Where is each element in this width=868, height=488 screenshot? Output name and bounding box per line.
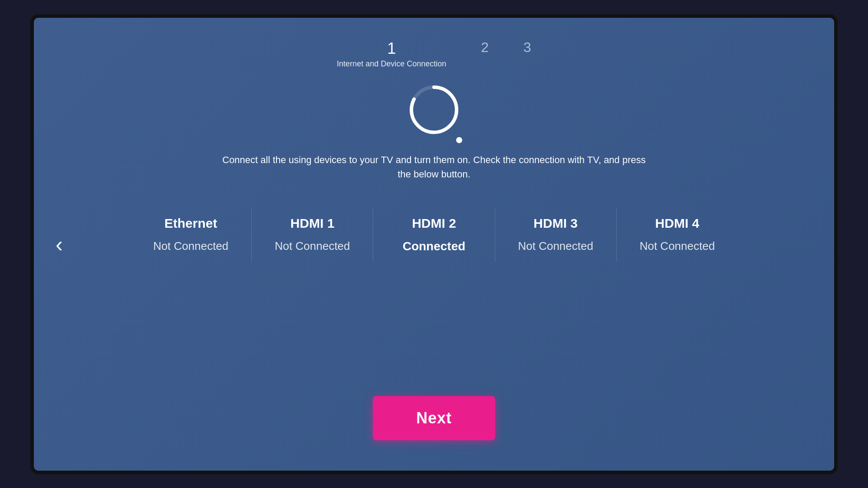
steps-indicator: 1 Internet and Device Connection 2 3 [337,39,531,69]
back-button[interactable]: ‹ [56,232,63,257]
step-2: 2 [481,39,489,57]
next-button[interactable]: Next [373,396,495,440]
step-1: 1 Internet and Device Connection [337,39,446,69]
loading-indicator [406,82,462,140]
connection-hdmi4-status: Not Connected [640,239,715,253]
connection-ethernet: Ethernet Not Connected [130,207,251,262]
connection-ethernet-name: Ethernet [164,216,217,231]
connection-hdmi4-name: HDMI 4 [655,216,700,231]
connection-hdmi3: HDMI 3 Not Connected [495,207,616,262]
connection-hdmi3-name: HDMI 3 [533,216,578,231]
step-3: 3 [523,39,531,57]
connection-hdmi1-status: Not Connected [275,239,350,253]
connection-table: Ethernet Not Connected HDMI 1 Not Connec… [130,207,738,262]
connection-hdmi4: HDMI 4 Not Connected [616,207,738,262]
next-button-container: Next [373,396,495,445]
connection-hdmi2: HDMI 2 Connected [373,207,494,262]
connection-ethernet-status: Not Connected [153,239,228,253]
connection-hdmi2-status: Connected [403,239,466,253]
connection-hdmi1: HDMI 1 Not Connected [251,207,373,262]
description-text: Connect all the using devices to your TV… [217,153,651,181]
step-2-number: 2 [481,39,489,56]
step-1-label: Internet and Device Connection [337,59,446,69]
connection-hdmi2-name: HDMI 2 [412,216,456,231]
connection-hdmi3-status: Not Connected [518,239,593,253]
tv-screen: 1 Internet and Device Connection 2 3 Con… [30,14,838,474]
connection-hdmi1-name: HDMI 1 [290,216,335,231]
step-1-number: 1 [387,39,396,58]
step-3-number: 3 [523,39,531,56]
loading-dot [456,137,462,143]
